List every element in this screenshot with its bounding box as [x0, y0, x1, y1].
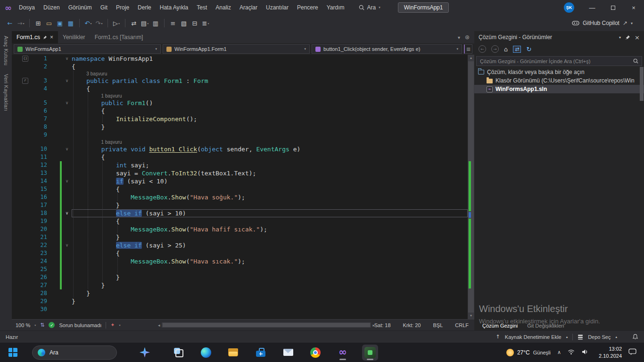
network-icon[interactable] [568, 349, 575, 356]
tool-tab-araç-kutusu[interactable]: Araç Kutusu [3, 36, 9, 66]
menu-yardım[interactable]: Yardım [322, 0, 349, 15]
hscroll-thumb[interactable] [163, 323, 371, 327]
nav-back-icon[interactable]: ← [5, 17, 15, 29]
menu-hata-ayıkla[interactable]: Hata Ayıkla [156, 0, 192, 15]
menu-görünüm[interactable]: Görünüm [64, 0, 96, 15]
type-dropdown[interactable]: WinFormsApp1.Form1 ▾ [163, 44, 310, 54]
panel-close-icon[interactable]: × [635, 34, 640, 41]
fold-chevron-icon[interactable]: ∨ [63, 145, 71, 153]
notifications-icon[interactable] [628, 348, 636, 357]
sync-scroll-icon[interactable]: ⇅ [40, 322, 44, 328]
sync-with-active-document-icon[interactable]: ⇄ [513, 46, 521, 53]
attach-to-process-icon[interactable]: ⇄ [129, 17, 139, 29]
pin-icon[interactable] [625, 35, 630, 40]
home-icon[interactable]: ⌂ [504, 46, 508, 53]
menu-araçlar[interactable]: Araçlar [235, 0, 262, 15]
fold-chevron-icon[interactable]: ∨ [63, 241, 71, 249]
scroll-up-icon[interactable]: ▴ [468, 55, 474, 61]
menu-analiz[interactable]: Analiz [211, 0, 235, 15]
error-list-icon[interactable]: ▥ [150, 17, 161, 29]
split-window-button[interactable]: ▥ [464, 44, 472, 54]
code-text[interactable]: InitializeComponent(); [72, 115, 468, 123]
tab-form1-cs-tasarım-[interactable]: Form1.cs [Tasarım] [90, 31, 148, 43]
add-to-source-control-button[interactable]: Kaynak Denetimine Ekle [505, 334, 561, 340]
panel-menu-icon[interactable]: ▾ [619, 35, 621, 40]
code-text[interactable] [72, 131, 468, 139]
copilot-icon[interactable] [137, 345, 153, 361]
code-text[interactable]: else if (sayi > 25) [72, 241, 468, 249]
save-all-icon[interactable]: ▦ [66, 17, 76, 29]
code-text[interactable]: public Form1() [72, 99, 468, 107]
tab-form1-cs[interactable]: Form1.cs× [12, 31, 58, 43]
clock-widget[interactable]: 13:02 2.10.2024 [599, 346, 622, 359]
tray-expand-icon[interactable]: ∧ [557, 349, 561, 355]
code-editor[interactable]: {}1∨namespace WinFormsApp12{3 başvuru↱3∨… [12, 55, 474, 319]
code-text[interactable]: { [72, 249, 468, 257]
new-project-icon[interactable]: ⊞ [33, 17, 43, 29]
code-text[interactable]: else if (sayi > 10) [72, 209, 468, 217]
file-explorer-icon[interactable] [225, 345, 241, 361]
code-text[interactable]: MessageBox.Show("Hava sıcak."); [72, 257, 468, 265]
fold-chevron-icon[interactable]: ∨ [63, 209, 71, 217]
tool-tab-veri-kaynakları[interactable]: Veri Kaynakları [3, 74, 9, 111]
tab-close-icon[interactable]: × [50, 34, 53, 41]
editor-vertical-scrollbar[interactable]: ▴ ▾ [468, 55, 474, 319]
code-text[interactable]: { [72, 85, 468, 93]
visual-studio-icon[interactable]: ∞ [335, 345, 351, 361]
code-text[interactable]: } [72, 281, 468, 289]
panel-tab-çözüm-gezgini[interactable]: Çözüm Gezgini [479, 323, 521, 329]
notifications-bell-icon[interactable] [632, 334, 638, 340]
code-text[interactable]: private void button1_Click(object sender… [72, 145, 468, 153]
codelens-references[interactable]: 1 başvuru [12, 93, 468, 99]
code-text[interactable]: if (sayi < 10) [72, 177, 468, 185]
fold-chevron-icon[interactable]: ∨ [63, 99, 71, 107]
tab-yenilikler[interactable]: Yenilikler [58, 31, 90, 43]
menu-düzen[interactable]: Düzen [39, 0, 64, 15]
menu-git[interactable]: Git [96, 0, 112, 15]
code-text[interactable]: } [72, 201, 468, 209]
scroll-down-icon[interactable]: ▾ [468, 313, 474, 319]
undo-icon[interactable]: ↶▾ [83, 17, 93, 29]
codelens-references[interactable]: 1 başvuru [12, 139, 468, 145]
nav-forward-icon[interactable]: →▾ [16, 17, 26, 29]
menu-pencere[interactable]: Pencere [293, 0, 322, 15]
task-view-icon[interactable] [171, 345, 187, 361]
tab-options-icon[interactable]: ⊛ [465, 34, 470, 41]
panel-tab-git-değişiklikleri[interactable]: Git Değişiklikleri [524, 323, 567, 329]
volume-icon[interactable] [581, 349, 588, 356]
fold-chevron-icon[interactable]: ∨ [63, 55, 71, 63]
editor-horizontal-scrollbar[interactable]: ◂ ▸ [158, 321, 375, 329]
taskbar-search[interactable]: Ara [32, 346, 117, 360]
code-text[interactable]: } [72, 289, 468, 297]
codelens-references[interactable]: 3 başvuru [12, 71, 468, 77]
open-external-icon[interactable]: ↗ [623, 20, 627, 26]
code-text[interactable]: } [72, 297, 468, 305]
forward-circle-icon[interactable]: → [491, 45, 499, 53]
health-label[interactable]: Sorun bulunamadı [59, 322, 101, 328]
code-text[interactable]: { [72, 185, 468, 193]
explorer-item[interactable]: ∞WinFormsApp1.sln [474, 85, 644, 93]
menu-test[interactable]: Test [192, 0, 211, 15]
save-icon[interactable]: ▣ [55, 17, 65, 29]
code-text[interactable]: } [72, 233, 468, 241]
menu-derle[interactable]: Derle [133, 0, 156, 15]
code-text[interactable]: int sayi; [72, 161, 468, 169]
explorer-item[interactable]: Klasör Görünümü (C:\Users\ŞerifCan\sourc… [474, 76, 644, 85]
code-text[interactable]: { [72, 107, 468, 115]
code-text[interactable]: } [72, 273, 468, 281]
fold-chevron-icon[interactable]: ∨ [63, 177, 71, 185]
copilot-group[interactable]: GitHub Copilot ↗ ▾ [572, 19, 639, 27]
inheritance-margin-icon[interactable]: ↱ [22, 78, 28, 84]
open-documents-icon[interactable]: ▾ [458, 35, 460, 40]
code-text[interactable]: public partial class Form1 : Form [72, 77, 468, 85]
code-text[interactable]: { [72, 63, 468, 71]
maximize-button[interactable] [603, 0, 623, 15]
edge-icon[interactable] [198, 345, 214, 361]
code-cleanup-menu-icon[interactable]: ▾ [119, 323, 121, 327]
redo-icon[interactable]: ↷▾ [94, 17, 104, 29]
project-dropdown[interactable]: WinFormsApp1 ▾ [14, 44, 161, 54]
chevron-up-icon[interactable]: ▴ [566, 335, 568, 339]
bookmark-icon[interactable]: ⊟ [190, 17, 200, 29]
back-circle-icon[interactable]: ← [479, 45, 486, 53]
code-text[interactable]: MessageBox.Show("Hava soğuk."); [72, 193, 468, 201]
